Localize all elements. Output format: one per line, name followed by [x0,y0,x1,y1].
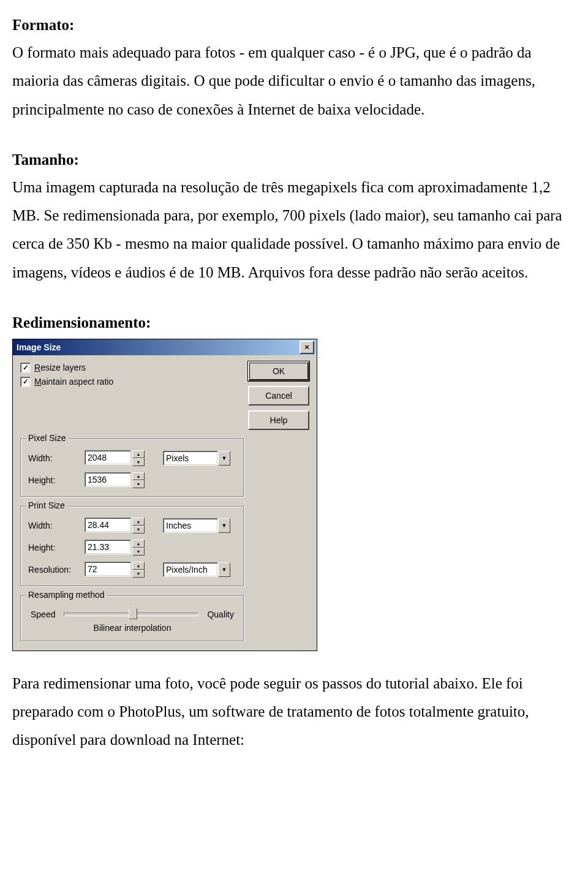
chevron-down-icon[interactable]: ▼ [218,451,230,466]
print-size-group: Print Size Width: 28.44 ▲ ▼ Inches ▼ [20,506,244,587]
pixel-unit-select[interactable]: Pixels ▼ [163,451,230,466]
chevron-up-icon[interactable]: ▲ [132,450,145,458]
resampling-caption: Bilinear interpolation [28,623,236,633]
chevron-down-icon[interactable]: ▼ [218,518,230,533]
resolution-label: Resolution: [28,565,80,575]
maintain-aspect-label: Maintain aspect ratio [34,377,113,387]
resampling-slider[interactable] [64,607,198,622]
image-size-dialog: Image Size × ✓ Resize layers ✓ Maintain … [12,339,317,651]
help-button[interactable]: Help [248,410,309,430]
section-heading-redim: Redimensionamento: [12,309,576,336]
pixel-height-value[interactable]: 1536 [85,472,131,487]
dialog-title: Image Size [17,342,61,352]
pixel-size-group: Pixel Size Width: 2048 ▲ ▼ Pixels ▼ [20,439,244,497]
chevron-down-icon[interactable]: ▼ [132,526,145,534]
pixel-width-stepper[interactable]: 2048 ▲ ▼ [85,450,145,466]
resampling-group: Resampling method Speed Quality Bilinear… [20,595,244,642]
slider-left-label: Speed [31,609,55,619]
pixel-size-legend: Pixel Size [26,433,68,443]
chevron-down-icon[interactable]: ▼ [132,570,145,578]
chevron-down-icon[interactable]: ▼ [132,480,145,488]
print-width-label: Width: [28,521,80,530]
resize-layers-label: Resize layers [34,363,86,372]
chevron-down-icon[interactable]: ▼ [132,548,145,556]
resolution-stepper[interactable]: 72 ▲ ▼ [85,562,145,578]
print-size-legend: Print Size [26,500,67,510]
print-width-value[interactable]: 28.44 [85,518,131,532]
chevron-up-icon[interactable]: ▲ [132,472,145,480]
paragraph-tamanho: Uma imagem capturada na resolução de trê… [12,173,576,287]
resolution-unit-select[interactable]: Pixels/Inch ▼ [163,562,230,577]
pixel-width-value[interactable]: 2048 [85,450,131,465]
slider-thumb-icon[interactable] [129,606,137,619]
pixel-width-label: Width: [28,453,80,463]
chevron-down-icon[interactable]: ▼ [218,562,230,577]
close-icon: × [304,342,309,352]
maintain-aspect-checkbox[interactable]: ✓ Maintain aspect ratio [20,377,113,387]
resampling-legend: Resampling method [26,590,107,600]
cancel-button[interactable]: Cancel [248,386,309,405]
print-unit-value: Inches [163,518,218,533]
pixel-height-label: Height: [28,475,80,485]
checkbox-icon: ✓ [20,363,31,373]
print-width-stepper[interactable]: 28.44 ▲ ▼ [85,518,145,534]
paragraph-footer: Para redimensionar uma foto, você pode s… [12,669,576,755]
chevron-up-icon[interactable]: ▲ [132,562,145,570]
dialog-titlebar: Image Size × [13,339,317,355]
print-height-label: Height: [28,543,80,552]
checkbox-icon: ✓ [20,377,31,387]
close-button[interactable]: × [300,341,314,354]
chevron-up-icon[interactable]: ▲ [132,518,145,526]
resolution-unit-value: Pixels/Inch [163,562,218,577]
ok-button[interactable]: OK [248,361,309,381]
chevron-down-icon[interactable]: ▼ [132,458,145,466]
resolution-value[interactable]: 72 [85,562,131,576]
paragraph-formato: O formato mais adequado para fotos - em … [12,39,576,124]
section-heading-formato: Formato: [12,11,576,39]
section-heading-tamanho: Tamanho: [12,146,576,173]
print-height-stepper[interactable]: 21.33 ▲ ▼ [85,540,145,556]
print-height-value[interactable]: 21.33 [85,540,131,554]
chevron-up-icon[interactable]: ▲ [132,540,145,548]
pixel-unit-value: Pixels [163,451,218,466]
print-unit-select[interactable]: Inches ▼ [163,518,230,533]
pixel-height-stepper[interactable]: 1536 ▲ ▼ [85,472,145,488]
resize-layers-checkbox[interactable]: ✓ Resize layers [20,363,113,373]
slider-right-label: Quality [207,609,234,619]
